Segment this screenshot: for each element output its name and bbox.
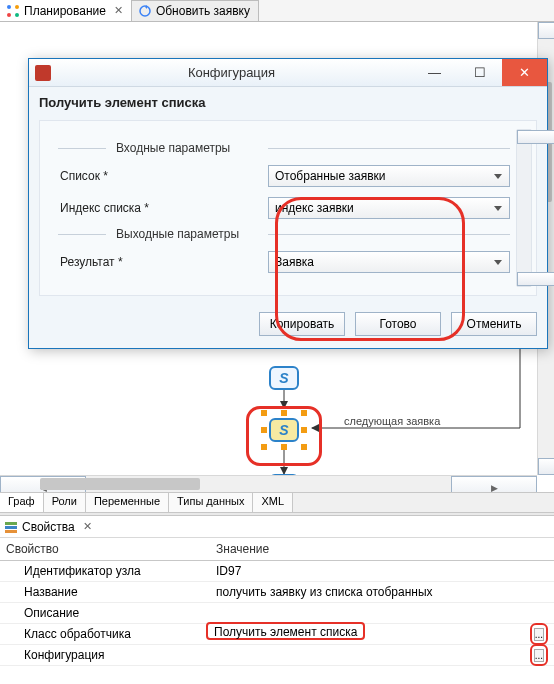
svg-rect-9	[5, 530, 17, 533]
table-row[interactable]: Конфигурация ...	[0, 645, 554, 666]
browse-button[interactable]: ...	[534, 649, 544, 662]
dialog-subtitle: Получить элемент списка	[29, 87, 547, 114]
tab-update-request[interactable]: Обновить заявку	[132, 0, 259, 21]
tab-variables[interactable]: Переменные	[86, 493, 169, 512]
dialog-titlebar[interactable]: Конфигурация — ☐ ✕	[29, 59, 547, 87]
highlight-ring: Получить элемент списка	[206, 622, 365, 640]
select-list[interactable]: Отобранные заявки	[268, 165, 510, 187]
table-row[interactable]: Описание	[0, 603, 554, 624]
row-list: Список * Отобранные заявки	[58, 163, 510, 189]
svg-point-4	[140, 6, 150, 16]
close-icon[interactable]: ✕	[83, 520, 92, 533]
prop-key: Конфигурация	[0, 645, 210, 666]
horizontal-scrollbar[interactable]: ◀ ▶	[0, 475, 537, 492]
close-icon[interactable]: ✕	[114, 4, 123, 17]
prop-key: Идентификатор узла	[0, 561, 210, 582]
canvas-view-tabs: Граф Роли Переменные Типы данных XML	[0, 492, 554, 512]
row-result: Результат * Заявка	[58, 249, 510, 275]
svg-point-2	[7, 13, 11, 17]
table-row[interactable]: Класс обработчика Получить элемент списк…	[0, 624, 554, 645]
scroll-thumb[interactable]	[40, 478, 200, 490]
minimize-button[interactable]: —	[412, 59, 457, 86]
section-input-params: Входные параметры	[58, 141, 510, 153]
inner-scrollbar[interactable]: ▲ ▼	[516, 129, 532, 287]
prop-value[interactable]: ID97	[210, 561, 514, 582]
scroll-down-icon[interactable]: ▼	[538, 458, 554, 475]
properties-icon	[4, 520, 18, 534]
prop-value[interactable]: Получить элемент списка	[210, 624, 514, 645]
tab-xml[interactable]: XML	[253, 493, 293, 512]
prop-key: Описание	[0, 603, 210, 624]
label-list: Список *	[58, 169, 268, 183]
tab-roles[interactable]: Роли	[44, 493, 86, 512]
diagram-canvas[interactable]: S S S следующая заявка ▲ ▼ ◀ ▶ Граф Роли…	[0, 22, 554, 512]
properties-title: Свойства	[22, 520, 75, 534]
label-index: Индекс списка *	[58, 201, 268, 215]
col-value[interactable]: Значение	[210, 538, 514, 561]
table-row[interactable]: Идентификатор узла ID97	[0, 561, 554, 582]
cancel-button[interactable]: Отменить	[451, 312, 537, 336]
tab-label: Обновить заявку	[156, 4, 250, 18]
diagram-node[interactable]: S	[269, 366, 299, 390]
prop-value[interactable]	[210, 645, 514, 666]
scroll-down-icon[interactable]: ▼	[517, 272, 554, 286]
prop-key: Название	[0, 582, 210, 603]
tab-planning[interactable]: Планирование ✕	[0, 0, 132, 21]
tab-graph[interactable]: Граф	[0, 493, 44, 512]
prop-key: Класс обработчика	[0, 624, 210, 645]
scroll-up-icon[interactable]: ▲	[538, 22, 554, 39]
scroll-up-icon[interactable]: ▲	[517, 130, 554, 144]
prop-value[interactable]: получить заявку из списка отобранных	[210, 582, 514, 603]
section-output-params: Выходные параметры	[58, 227, 510, 239]
tab-datatypes[interactable]: Типы данных	[169, 493, 253, 512]
row-index: Индекс списка * индекс заявки	[58, 195, 510, 221]
properties-table: Свойство Значение Идентификатор узла ID9…	[0, 538, 554, 666]
app-icon	[35, 65, 51, 81]
select-result[interactable]: Заявка	[268, 251, 510, 273]
properties-tab[interactable]: Свойства ✕	[0, 516, 554, 538]
editor-tabs: Планирование ✕ Обновить заявку	[0, 0, 554, 22]
dialog-title: Конфигурация	[51, 65, 412, 80]
dialog-body: ▲ ▼ Входные параметры Список * Отобранны…	[39, 120, 537, 296]
browse-button[interactable]: ...	[534, 628, 544, 641]
svg-point-0	[7, 5, 11, 9]
table-row[interactable]: Название получить заявку из списка отобр…	[0, 582, 554, 603]
edge-label: следующая заявка	[344, 415, 440, 427]
close-button[interactable]: ✕	[502, 59, 547, 86]
prop-value[interactable]	[210, 603, 514, 624]
svg-rect-7	[5, 522, 17, 525]
dialog-buttons: Копировать Готово Отменить	[29, 306, 547, 348]
select-index[interactable]: индекс заявки	[268, 197, 510, 219]
maximize-button[interactable]: ☐	[457, 59, 502, 86]
config-dialog: Конфигурация — ☐ ✕ Получить элемент спис…	[28, 58, 548, 349]
refresh-icon	[138, 4, 152, 18]
svg-rect-8	[5, 526, 17, 529]
svg-point-3	[15, 13, 19, 17]
diagram-node-selected[interactable]: S	[261, 410, 307, 450]
tab-label: Планирование	[24, 4, 106, 18]
copy-button[interactable]: Копировать	[259, 312, 345, 336]
col-property[interactable]: Свойство	[0, 538, 210, 561]
svg-point-1	[15, 5, 19, 9]
diagram-icon	[6, 4, 20, 18]
ok-button[interactable]: Готово	[355, 312, 441, 336]
label-result: Результат *	[58, 255, 268, 269]
